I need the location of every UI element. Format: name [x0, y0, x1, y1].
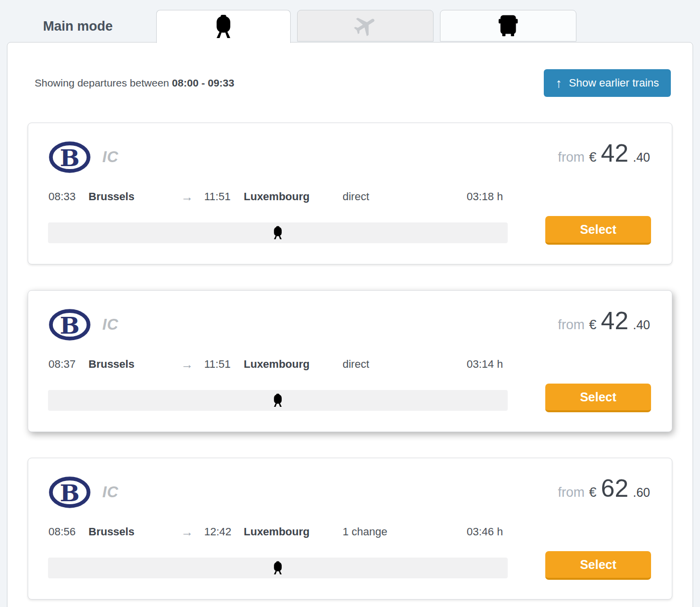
journey-summary: 08:37 Brussels → 11:51 Luxembourg direct…: [28, 358, 672, 371]
arrival-time: 11:51: [204, 358, 244, 371]
price-whole: 62: [601, 476, 629, 501]
tab-plane[interactable]: [297, 10, 434, 42]
train-icon: [271, 226, 284, 240]
price-cents: .40: [633, 150, 650, 165]
select-button[interactable]: Select: [545, 551, 651, 580]
price-whole: 42: [601, 141, 629, 166]
stops-label: direct: [343, 358, 467, 371]
tab-train[interactable]: [156, 10, 291, 43]
stops-label: direct: [343, 190, 467, 203]
train-icon: [271, 561, 284, 575]
tab-bus[interactable]: [440, 10, 576, 42]
arrival-city: Luxembourg: [244, 525, 343, 538]
price-currency: €: [589, 485, 597, 500]
sncb-logo-icon: B: [48, 141, 91, 173]
price: from € 42 .40: [558, 141, 650, 166]
departure-city: Brussels: [88, 358, 181, 371]
journey-card[interactable]: B IC from € 42 .40 08:37 Brussels → 11:5…: [28, 290, 672, 432]
departure-time: 08:56: [48, 525, 88, 538]
price-cents: .40: [633, 318, 650, 332]
carrier-info: B IC: [48, 308, 119, 341]
sncb-logo-icon: B: [48, 476, 91, 509]
train-icon: [271, 393, 284, 407]
arrival-city: Luxembourg: [244, 190, 343, 203]
arrow-right-icon: →: [181, 358, 204, 371]
price-currency: €: [589, 317, 597, 333]
showing-label: Showing departures between: [35, 77, 169, 88]
journey-summary: 08:33 Brussels → 11:51 Luxembourg direct…: [28, 190, 672, 203]
svg-text:B: B: [60, 312, 80, 339]
plane-icon: [348, 8, 383, 43]
mode-tabs-bar: Main mode: [0, 10, 700, 43]
route-timeline-bar: [48, 390, 508, 411]
price: from € 62 .60: [558, 476, 650, 501]
arrow-up-icon: ↑: [556, 77, 562, 89]
price-whole: 42: [601, 308, 629, 333]
price-from-label: from: [558, 150, 585, 165]
stops-label: 1 change: [343, 525, 467, 538]
departure-time: 08:37: [48, 358, 88, 371]
results-panel: Showing departures between 08:00 - 09:33…: [7, 42, 693, 607]
route-timeline-bar: [48, 558, 508, 578]
price-from-label: from: [558, 485, 585, 500]
train-icon: [212, 15, 235, 39]
departure-city: Brussels: [88, 190, 181, 203]
arrow-right-icon: →: [181, 525, 204, 538]
arrival-city: Luxembourg: [244, 358, 343, 371]
arrival-time: 12:42: [204, 525, 244, 538]
sncb-logo-icon: B: [48, 308, 91, 341]
show-earlier-trains-button[interactable]: ↑ Show earlier trains: [544, 69, 671, 97]
price: from € 42 .40: [558, 308, 650, 333]
departure-time: 08:33: [48, 190, 88, 203]
main-mode-label: Main mode: [43, 19, 113, 34]
train-type-label: IC: [102, 316, 119, 334]
journey-card[interactable]: B IC from € 62 .60 08:56 Brussels → 12:4…: [28, 458, 672, 600]
bus-icon: [497, 14, 520, 37]
svg-text:B: B: [60, 479, 80, 507]
select-button[interactable]: Select: [545, 384, 651, 412]
carrier-info: B IC: [48, 141, 119, 173]
arrow-right-icon: →: [181, 190, 204, 203]
time-range: 08:00 - 09:33: [172, 77, 234, 88]
journey-list: B IC from € 42 .40 08:33 Brussels → 11:5…: [7, 123, 693, 600]
departures-range-text: Showing departures between 08:00 - 09:33: [28, 77, 234, 89]
train-type-label: IC: [102, 483, 119, 501]
duration-label: 03:14 h: [467, 358, 503, 371]
price-from-label: from: [558, 317, 585, 333]
duration-label: 03:18 h: [467, 190, 503, 203]
select-button[interactable]: Select: [545, 216, 651, 245]
route-timeline-bar: [48, 222, 508, 243]
price-cents: .60: [633, 485, 650, 500]
results-header: Showing departures between 08:00 - 09:33…: [7, 43, 693, 97]
departure-city: Brussels: [88, 525, 181, 538]
train-type-label: IC: [102, 148, 119, 166]
duration-label: 03:46 h: [467, 525, 503, 538]
show-earlier-label: Show earlier trains: [569, 77, 659, 89]
arrival-time: 11:51: [204, 190, 244, 203]
carrier-info: B IC: [48, 476, 119, 509]
journey-card[interactable]: B IC from € 42 .40 08:33 Brussels → 11:5…: [28, 123, 672, 264]
price-currency: €: [589, 150, 597, 165]
journey-summary: 08:56 Brussels → 12:42 Luxembourg 1 chan…: [28, 525, 672, 538]
svg-text:B: B: [60, 144, 80, 172]
